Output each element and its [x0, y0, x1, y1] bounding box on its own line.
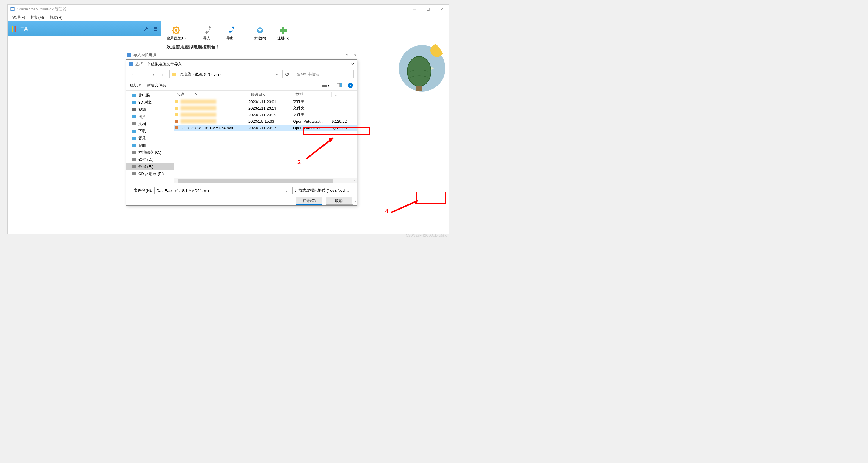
- global-settings-button[interactable]: 全局设定(P): [166, 26, 186, 41]
- file-dialog-close-button[interactable]: ✕: [351, 62, 354, 67]
- horizontal-scrollbar[interactable]: ‹ ›: [174, 178, 356, 184]
- svg-rect-22: [172, 73, 176, 76]
- watermark: CSDN @FIT2CLOUD飞致云: [406, 233, 447, 238]
- new-button[interactable]: 新建(N): [251, 26, 269, 41]
- maximize-button[interactable]: ☐: [421, 5, 435, 14]
- svg-rect-19: [416, 86, 422, 91]
- svg-rect-33: [132, 108, 136, 111]
- wrench-icon[interactable]: [144, 26, 150, 32]
- file-row[interactable]: 2023/1/11 23:19文件夹: [174, 111, 356, 118]
- tree-item-music[interactable]: 音乐: [126, 135, 174, 142]
- virtualbox-icon: [127, 53, 131, 57]
- tree-item-3d[interactable]: 3D 对象: [126, 99, 174, 106]
- import-close-button[interactable]: ×: [354, 53, 356, 57]
- desktop-icon: [132, 143, 136, 148]
- minimize-button[interactable]: ─: [407, 5, 421, 14]
- nav-recent-button[interactable]: ▾: [151, 70, 156, 78]
- file-dialog-toolbar: 组织 ▾ 新建文件夹 ▾ ?: [126, 80, 356, 91]
- filetype-select[interactable]: 开放式虚拟化格式 (*.ova *.ovf ⌄: [292, 187, 352, 194]
- list-icon[interactable]: [152, 26, 158, 32]
- svg-rect-30: [340, 83, 342, 87]
- svg-rect-15: [280, 29, 287, 32]
- tree-item-drive[interactable]: 软件 (D:): [126, 156, 174, 163]
- cd-icon: [132, 171, 136, 176]
- nav-up-button[interactable]: ↑: [159, 70, 167, 78]
- menu-control[interactable]: 控制(M): [28, 14, 47, 21]
- col-date[interactable]: 修改日期: [248, 92, 293, 97]
- tree-item-pic[interactable]: 图片: [126, 113, 174, 120]
- import-dialog-titlebar: 导入虚拟电脑 ? ×: [124, 51, 359, 60]
- export-button[interactable]: 导出: [221, 26, 239, 41]
- svg-rect-34: [132, 115, 136, 118]
- breadcrumb-drive[interactable]: 数据 (E:): [195, 72, 210, 77]
- svg-rect-44: [175, 107, 178, 110]
- file-row[interactable]: DataEase-v1.18.1-AMD64.ova2023/1/11 23:1…: [174, 125, 356, 131]
- tree-item-doc[interactable]: 文档: [126, 120, 174, 128]
- tree-item-cd[interactable]: CD 驱动器 (F:): [126, 170, 174, 177]
- nav-back-button[interactable]: ←: [129, 70, 138, 78]
- breadcrumb-folder[interactable]: vm: [214, 72, 219, 77]
- tree-item-desktop[interactable]: 桌面: [126, 142, 174, 149]
- file-dialog-title: 选择一个虚拟电脑文件导入: [135, 62, 182, 67]
- virtualbox-icon: [129, 62, 133, 67]
- filename-input[interactable]: DataEase-v1.18.1-AMD64.ova ⌄: [154, 187, 290, 194]
- help-button[interactable]: ?: [348, 82, 353, 88]
- list-view-icon: [322, 83, 327, 87]
- refresh-button[interactable]: [282, 70, 292, 78]
- svg-rect-26: [322, 84, 327, 84]
- close-button[interactable]: ✕: [435, 5, 448, 14]
- svg-point-24: [348, 73, 350, 75]
- nav-forward-button[interactable]: →: [140, 70, 149, 78]
- register-button[interactable]: 注册(A): [274, 26, 292, 41]
- svg-rect-28: [322, 87, 327, 87]
- organize-button[interactable]: 组织 ▾: [130, 82, 141, 88]
- svg-rect-39: [132, 151, 136, 154]
- filename-label: 文件名(N):: [131, 188, 152, 193]
- menu-help[interactable]: 帮助(H): [47, 14, 65, 21]
- col-type[interactable]: 类型: [293, 92, 332, 97]
- import-button[interactable]: 导入: [198, 26, 216, 41]
- video-icon: [132, 107, 136, 112]
- sidebar-item-tools[interactable]: 工具: [8, 22, 161, 36]
- annotation-number-4: 4: [385, 208, 388, 215]
- svg-rect-42: [132, 172, 136, 175]
- open-button[interactable]: 打开(O): [296, 197, 322, 205]
- dl-icon: [132, 129, 136, 133]
- file-row[interactable]: 2023/1/5 15:33Open Virtualizati...9,129,…: [174, 118, 356, 125]
- svg-rect-43: [175, 100, 178, 103]
- file-row[interactable]: 2023/1/11 23:19文件夹: [174, 105, 356, 111]
- tree-item-video[interactable]: 视频: [126, 106, 174, 113]
- resize-grip[interactable]: [352, 201, 356, 205]
- tree-item-pc[interactable]: 此电脑: [126, 92, 174, 99]
- tools-icon: [11, 25, 18, 32]
- svg-rect-40: [132, 158, 136, 161]
- menu-file[interactable]: 管理(F): [10, 14, 28, 21]
- folder-icon: [171, 72, 176, 77]
- main-toolbar: 全局设定(P) 导入 导出 新建(N) 注册(A): [164, 24, 446, 42]
- ova-icon: [174, 119, 179, 124]
- annotation-number-3: 3: [298, 159, 301, 166]
- tree-item-drive[interactable]: 本地磁盘 (C:): [126, 149, 174, 156]
- col-size[interactable]: 大小: [332, 92, 352, 97]
- view-mode-button[interactable]: ▾: [321, 82, 331, 89]
- svg-rect-47: [175, 126, 178, 129]
- file-row[interactable]: 2023/1/11 23:01文件夹: [174, 98, 356, 105]
- titlebar: Oracle VM VirtualBox 管理器 ─ ☐ ✕: [8, 5, 448, 14]
- preview-pane-button[interactable]: [335, 82, 344, 88]
- tree-item-drive[interactable]: 数据 (E:): [126, 163, 174, 170]
- svg-rect-23: [172, 72, 174, 73]
- cancel-button[interactable]: 取消: [326, 197, 352, 205]
- import-help-button[interactable]: ?: [346, 53, 348, 57]
- breadcrumb[interactable]: › 此电脑 › 数据 (E:) › vm › ▾: [169, 70, 280, 78]
- svg-rect-37: [132, 137, 136, 140]
- newfolder-button[interactable]: 新建文件夹: [147, 82, 166, 88]
- search-input[interactable]: 在 vm 中搜索: [294, 70, 354, 78]
- col-name[interactable]: 名称 ^: [174, 92, 248, 97]
- drive-icon: [132, 150, 136, 155]
- svg-point-18: [407, 57, 431, 86]
- file-dialog-nav: ← → ▾ ↑ › 此电脑 › 数据 (E:) › vm › ▾ 在 vm 中搜…: [126, 69, 356, 80]
- tree-item-dl[interactable]: 下载: [126, 128, 174, 135]
- svg-rect-45: [175, 113, 178, 116]
- breadcrumb-root[interactable]: 此电脑: [180, 72, 191, 77]
- window-title: Oracle VM VirtualBox 管理器: [17, 6, 66, 12]
